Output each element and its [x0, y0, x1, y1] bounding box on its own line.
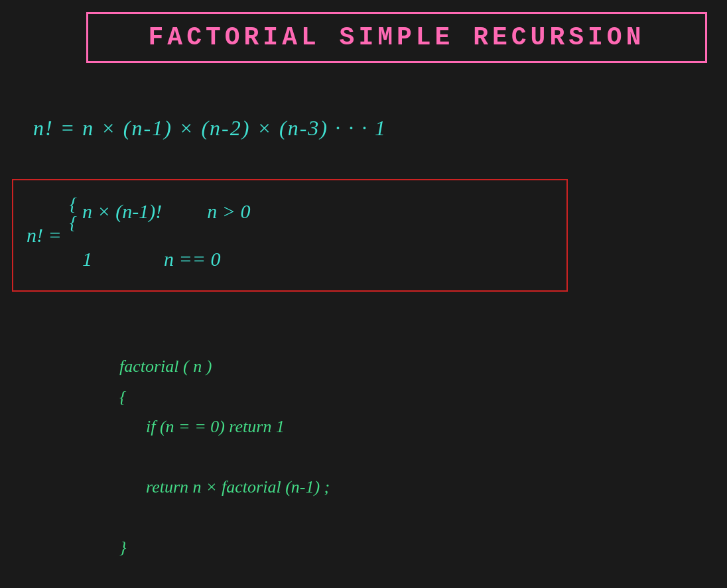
page-title: FACTORIAL SIMPLE RECURSION [149, 23, 645, 52]
code-line-4: return n × factorial (n-1) ; [119, 472, 330, 502]
n-factorial-label: n! = [27, 217, 62, 253]
case1-expr: n × (n-1)! [82, 194, 162, 229]
case2-expr: 1 [82, 241, 92, 277]
case1-cond: n > 0 [207, 194, 250, 229]
simple-formula: n! = n × (n-1) × (n-2) × (n-3) · · · 1 [33, 116, 387, 141]
recursive-formula: n! = { { n × (n-1)! n > 0 1 n == 0 [27, 194, 547, 277]
code-line-2: { [119, 382, 330, 412]
simple-formula-text: n! = n × (n-1) × (n-2) × (n-3) · · · 1 [33, 116, 387, 140]
recursive-definition-box: n! = { { n × (n-1)! n > 0 1 n == 0 [12, 179, 568, 292]
brace-symbol: { { [70, 195, 77, 232]
recursive-inner: { { n × (n-1)! n > 0 1 n == 0 [70, 194, 251, 277]
case2-cond: n == 0 [164, 241, 221, 277]
code-section: factorial ( n ) { if (n = = 0) return 1 … [119, 351, 330, 563]
code-line-spacer2 [119, 502, 330, 533]
code-line-3: if (n = = 0) return 1 [119, 412, 330, 442]
formula-rows: n × (n-1)! n > 0 1 n == 0 [82, 194, 250, 277]
formula-row-2: 1 n == 0 [82, 241, 250, 277]
formula-row-1: n × (n-1)! n > 0 [82, 194, 250, 229]
code-line-spacer [119, 442, 330, 473]
title-box: FACTORIAL SIMPLE RECURSION [86, 12, 707, 63]
code-line-5: } [119, 532, 330, 563]
code-line-1: factorial ( n ) [119, 351, 330, 382]
